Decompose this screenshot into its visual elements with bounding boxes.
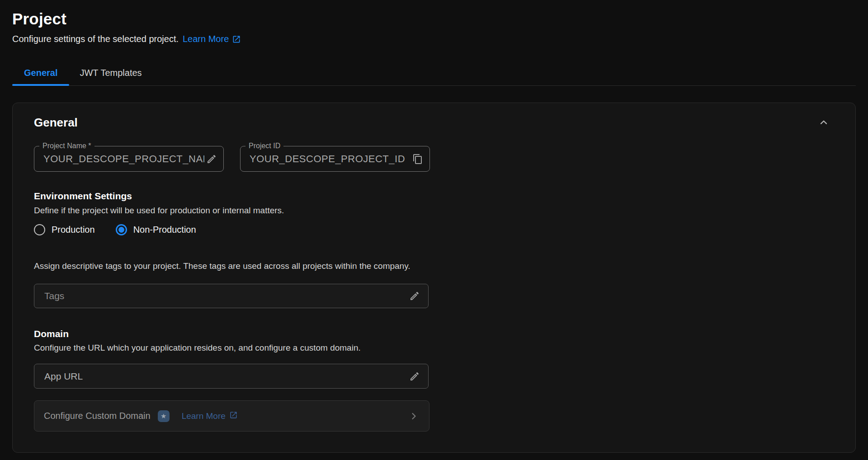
page-subtitle: Configure settings of the selected proje… <box>12 34 179 44</box>
edit-app-url-button[interactable] <box>408 370 421 383</box>
tab-general-label: General <box>24 68 57 78</box>
radio-unselected-icon <box>34 224 45 235</box>
page-subtitle-row: Configure settings of the selected proje… <box>12 34 856 44</box>
chevron-right-icon <box>408 411 419 422</box>
learn-more-link[interactable]: Learn More <box>183 34 241 44</box>
copy-icon <box>412 159 423 166</box>
edit-project-name-button[interactable] <box>205 153 218 165</box>
project-name-input[interactable] <box>42 153 205 165</box>
app-url-field <box>34 364 429 389</box>
copy-project-id-button[interactable] <box>411 153 424 165</box>
environment-settings-description: Define if the project will be used for p… <box>34 206 834 216</box>
domain-description: Configure the URL which your application… <box>34 343 834 353</box>
environment-radio-group: Production Non-Production <box>34 224 834 235</box>
tags-input[interactable] <box>43 290 408 302</box>
configure-custom-domain-row[interactable]: Configure Custom Domain ★ Learn More <box>34 400 429 432</box>
tags-description: Assign descriptive tags to your project.… <box>34 261 834 271</box>
project-id-field: Project ID <box>240 146 430 172</box>
premium-star-badge: ★ <box>158 410 170 422</box>
configure-custom-domain-label: Configure Custom Domain <box>44 411 151 421</box>
project-id-input[interactable] <box>249 153 411 165</box>
radio-selected-icon <box>116 224 127 235</box>
pencil-icon <box>409 296 420 303</box>
collapse-section-button[interactable] <box>816 115 831 130</box>
project-id-label: Project ID <box>245 142 283 150</box>
tab-jwt-templates[interactable]: JWT Templates <box>69 63 152 85</box>
radio-non-production[interactable]: Non-Production <box>116 224 196 235</box>
card-title: General <box>34 116 78 130</box>
project-fields-row: Project Name * Project ID <box>34 146 834 172</box>
radio-production-label: Production <box>52 225 95 235</box>
pencil-icon <box>206 159 217 166</box>
project-name-label: Project Name * <box>39 142 94 150</box>
domain-title: Domain <box>34 329 834 339</box>
edit-tags-button[interactable] <box>408 290 421 302</box>
environment-settings-title: Environment Settings <box>34 191 834 202</box>
chevron-up-icon <box>818 123 830 130</box>
tags-field <box>34 284 429 308</box>
project-settings-page: Project Configure settings of the select… <box>0 0 868 453</box>
tab-jwt-templates-label: JWT Templates <box>80 68 142 78</box>
tab-general[interactable]: General <box>12 63 69 85</box>
app-url-input[interactable] <box>43 371 408 382</box>
general-settings-card: General Project Name * Project ID <box>12 103 856 453</box>
radio-non-production-label: Non-Production <box>133 225 196 235</box>
external-link-icon <box>229 411 238 422</box>
custom-domain-learn-more-label: Learn More <box>182 411 226 421</box>
pencil-icon <box>409 376 420 383</box>
custom-domain-learn-more-link[interactable]: Learn More <box>182 411 238 422</box>
tab-bar: General JWT Templates <box>12 63 856 86</box>
radio-production[interactable]: Production <box>34 224 95 235</box>
page-title: Project <box>12 10 856 28</box>
card-header: General <box>34 115 834 130</box>
star-icon: ★ <box>160 412 166 420</box>
project-name-field: Project Name * <box>34 146 224 172</box>
external-link-icon <box>232 35 241 44</box>
learn-more-label: Learn More <box>183 34 229 44</box>
